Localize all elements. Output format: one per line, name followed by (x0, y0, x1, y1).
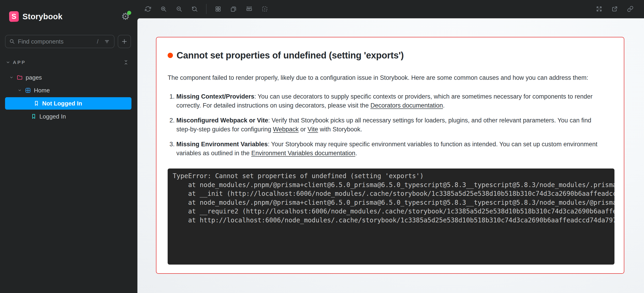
sidebar-item-not-logged-in[interactable]: Not Logged In (5, 97, 132, 110)
chevron-down-icon (18, 88, 22, 93)
grid-icon (215, 6, 221, 12)
tree-item-label: Not Logged In (42, 100, 82, 107)
cause-lead: Misconfigured Webpack or Vite (176, 117, 268, 124)
component-icon (25, 87, 31, 94)
brand-row: S Storybook ⚙ (9, 11, 132, 23)
tree-item-label: Logged In (40, 113, 66, 120)
error-causes-list: Missing Context/Providers: You can use d… (168, 92, 606, 158)
doc-link[interactable]: Decorators documentation (370, 102, 443, 109)
open-new-tab-button[interactable] (608, 3, 621, 15)
cause-lead: Missing Context/Providers (176, 93, 254, 100)
error-dot-icon (168, 53, 173, 58)
zoom-reset-icon (192, 6, 198, 12)
doc-link[interactable]: Environment Variables documentation (251, 150, 355, 157)
error-title: Cannot set properties of undefined (sett… (176, 50, 404, 61)
stack-trace-text: TypeError: Cannot set properties of unde… (173, 172, 614, 225)
create-story-button[interactable] (118, 35, 131, 48)
zoom-in-icon (160, 6, 167, 12)
zoom-in-button[interactable] (157, 3, 170, 15)
error-cause-item: Misconfigured Webpack or Vite: Verify th… (176, 116, 606, 134)
cause-text: with Storybook. (318, 126, 362, 133)
sidebar: S Storybook ⚙ Find components / APP (0, 0, 138, 293)
sidebar-item-pages[interactable]: pages (9, 72, 42, 84)
zoom-out-icon (176, 6, 182, 12)
canvas-toolbar (138, 0, 644, 18)
settings-menu-button[interactable]: ⚙ (120, 11, 132, 23)
collapse-all-button[interactable] (122, 58, 130, 67)
cause-lead: Missing Environment Variables (176, 141, 268, 148)
error-cause-item: Missing Context/Providers: You can use d… (176, 92, 606, 110)
preview-canvas: Cannot set properties of undefined (sett… (138, 18, 644, 293)
error-intro: The component failed to render properly,… (168, 73, 606, 82)
collapse-icon (123, 59, 129, 65)
fullscreen-icon (596, 6, 602, 12)
remount-icon (145, 6, 151, 12)
chevron-down-icon (9, 75, 14, 80)
ruler-icon (246, 6, 252, 12)
zoom-out-button[interactable] (173, 3, 186, 15)
cause-text: . (355, 150, 357, 157)
logo-letter: S (12, 12, 16, 21)
brand-title: Storybook (22, 12, 62, 21)
storybook-logo-icon: S (9, 11, 19, 22)
sidebar-section-app: APP (13, 60, 26, 65)
outline-toggle-button[interactable] (258, 3, 271, 15)
cause-text: . (443, 102, 445, 109)
update-status-dot (127, 11, 131, 15)
link-icon (627, 6, 634, 12)
stack-trace-block: TypeError: Cannot set properties of unde… (168, 168, 614, 264)
sidebar-item-home[interactable]: Home (18, 84, 50, 96)
tree-item-label: pages (26, 74, 42, 81)
search-shortcut-hint: / (97, 38, 98, 45)
sidebar-item-logged-in[interactable]: Logged In (31, 111, 66, 122)
zoom-reset-button[interactable] (188, 3, 201, 15)
bookmark-icon (31, 114, 37, 119)
doc-link[interactable]: Vite (308, 126, 318, 133)
search-input[interactable]: Find components / (5, 35, 114, 48)
toolbar-divider (206, 4, 206, 14)
plus-icon (121, 38, 128, 45)
error-cause-item: Missing Environment Variables: Your Stor… (176, 140, 606, 158)
viewport-icon (230, 6, 237, 12)
grid-toggle-button[interactable] (212, 3, 224, 15)
filter-icon[interactable] (104, 39, 110, 45)
external-link-icon (612, 6, 618, 12)
cause-text: or (299, 126, 308, 133)
tree-item-label: Home (34, 87, 50, 94)
doc-link[interactable]: Webpack (273, 126, 299, 133)
outline-icon (262, 6, 268, 12)
search-icon (9, 39, 15, 45)
error-panel: Cannot set properties of undefined (sett… (156, 37, 624, 274)
search-placeholder: Find components (18, 38, 97, 45)
copy-link-button[interactable] (624, 3, 637, 15)
folder-icon (16, 74, 23, 81)
measure-button[interactable] (243, 3, 256, 15)
viewport-button[interactable] (227, 3, 240, 15)
chevron-down-icon[interactable] (6, 60, 10, 65)
fullscreen-button[interactable] (593, 3, 606, 15)
remount-button[interactable] (142, 3, 154, 15)
bookmark-icon (34, 100, 40, 106)
